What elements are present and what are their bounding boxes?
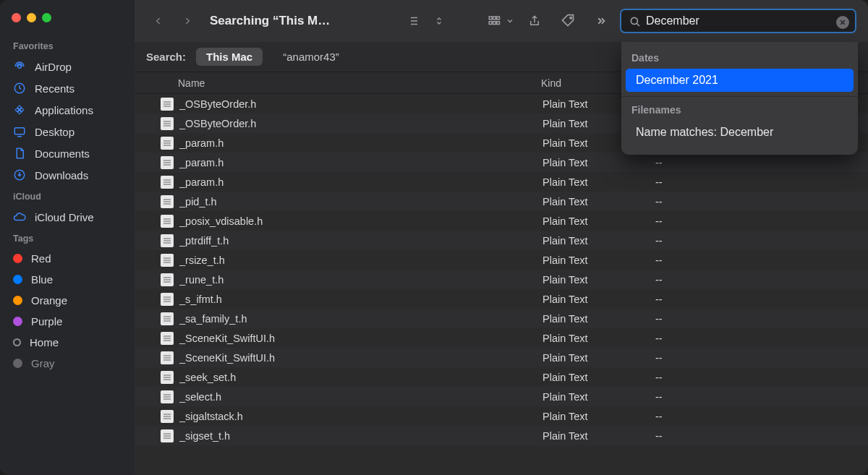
scope-folder[interactable]: “anamor43” [273,48,349,66]
back-button[interactable] [146,11,171,31]
search-input[interactable] [646,14,833,27]
document-icon [13,147,26,160]
sidebar-item-label: Red [31,252,51,265]
tag-dot-icon [13,254,22,263]
file-icon [161,156,174,169]
table-row[interactable]: _posix_vdisable.hPlain Text-- [135,211,868,231]
table-row[interactable]: _seek_set.hPlain Text-- [135,367,868,387]
file-date: -- [651,235,856,247]
file-kind: Plain Text [542,411,651,422]
file-name: _SceneKit_SwiftUI.h [179,333,542,344]
file-name: _param.h [179,176,542,188]
suggestion-date[interactable]: December 2021 [626,69,854,92]
grid-group-icon [484,10,504,32]
file-name: _sa_family_t.h [179,313,542,325]
overflow-button[interactable] [587,10,616,32]
sidebar-item-label: Blue [31,273,53,286]
table-row[interactable]: _ptrdiff_t.hPlain Text-- [135,231,868,250]
table-row[interactable]: _sa_family_t.hPlain Text-- [135,309,868,328]
sidebar-tag-gray[interactable]: Gray [0,353,135,374]
tag-dot-icon [13,338,21,346]
download-icon [13,168,26,181]
tag-dot-icon [13,275,22,284]
table-row[interactable]: _s_ifmt.hPlain Text-- [135,289,868,309]
sidebar-tag-orange[interactable]: Orange [0,290,135,311]
clear-search-button[interactable] [836,16,849,29]
table-row[interactable]: _SceneKit_SwiftUI.hPlain Text-- [135,348,868,367]
file-icon [161,254,174,267]
file-kind: Plain Text [542,176,651,188]
sidebar-item-label: Recents [35,82,75,95]
group-by-button[interactable] [484,10,516,32]
file-kind: Plain Text [542,333,651,344]
sidebar-tag-home[interactable]: Home [0,332,135,353]
table-row[interactable]: _sigaltstack.hPlain Text-- [135,406,868,426]
table-row[interactable]: _pid_t.hPlain Text-- [135,192,868,211]
sidebar-tag-purple[interactable]: Purple [0,311,135,332]
minimize-window-button[interactable] [27,13,36,22]
table-row[interactable]: _param.hPlain Text-- [135,172,868,192]
window-controls [0,7,135,35]
file-kind: Plain Text [542,254,651,266]
forward-button[interactable] [175,11,200,31]
sidebar-item-documents[interactable]: Documents [0,142,135,164]
view-list-button[interactable] [399,10,427,32]
sidebar-item-icloud-drive[interactable]: iCloud Drive [0,206,135,228]
sidebar-item-recents[interactable]: Recents [0,77,135,99]
sidebar-item-airdrop[interactable]: AirDrop [0,56,135,77]
tag-dot-icon [13,359,22,368]
file-date: -- [651,274,856,286]
search-field[interactable] [620,9,856,33]
table-row[interactable]: _rune_t.hPlain Text-- [135,270,868,289]
airdrop-icon [13,60,26,73]
sidebar-heading-tags: Tags [0,228,135,248]
table-row[interactable]: _select.hPlain Text-- [135,387,868,406]
file-kind: Plain Text [542,196,651,207]
file-icon [161,371,174,384]
scope-this-mac[interactable]: This Mac [196,48,263,66]
close-window-button[interactable] [12,13,21,22]
file-kind: Plain Text [542,235,651,247]
svg-point-0 [18,65,22,69]
divider [621,96,858,97]
sidebar-item-desktop[interactable]: Desktop [0,121,135,142]
file-date: -- [651,430,856,442]
sidebar-item-label: AirDrop [35,61,72,73]
sidebar-item-label: Orange [31,294,67,307]
file-name: _pid_t.h [179,196,542,207]
file-kind: Plain Text [542,157,651,168]
table-row[interactable]: _param.hPlain Text-- [135,153,868,172]
share-button[interactable] [520,10,549,32]
file-date: -- [651,176,856,188]
file-name: _OSByteOrder.h [179,98,542,110]
column-header-name[interactable]: Name [178,77,541,89]
clock-icon [13,82,26,95]
zoom-window-button[interactable] [42,13,51,22]
suggestion-filename[interactable]: Name matches: December [626,121,854,144]
sidebar-item-downloads[interactable]: Downloads [0,164,135,186]
sidebar: Favorites AirDrop Recents Applications D… [0,0,135,475]
sidebar-tag-blue[interactable]: Blue [0,269,135,290]
table-row[interactable]: _sigset_t.hPlain Text-- [135,426,868,445]
tags-button[interactable] [553,10,582,32]
file-date: -- [651,157,856,168]
file-kind: Plain Text [542,294,651,305]
file-kind: Plain Text [542,274,651,286]
sidebar-item-label: iCloud Drive [35,211,94,223]
file-kind: Plain Text [542,352,651,364]
file-date: -- [651,411,856,422]
sidebar-item-label: Downloads [35,169,88,181]
sidebar-tag-red[interactable]: Red [0,248,135,269]
window-title: Searching “This M… [210,14,330,28]
file-name: _rune_t.h [179,274,542,286]
file-icon [161,215,174,228]
table-row[interactable]: _rsize_t.hPlain Text-- [135,250,868,270]
file-kind: Plain Text [542,372,651,383]
file-date: -- [651,391,856,403]
file-kind: Plain Text [542,215,651,227]
sidebar-item-applications[interactable]: Applications [0,99,135,121]
table-row[interactable]: _SceneKit_SwiftUI.hPlain Text-- [135,328,868,348]
file-date: -- [651,352,856,364]
view-sort-toggle[interactable] [432,10,446,32]
file-name: _OSByteOrder.h [179,118,542,129]
